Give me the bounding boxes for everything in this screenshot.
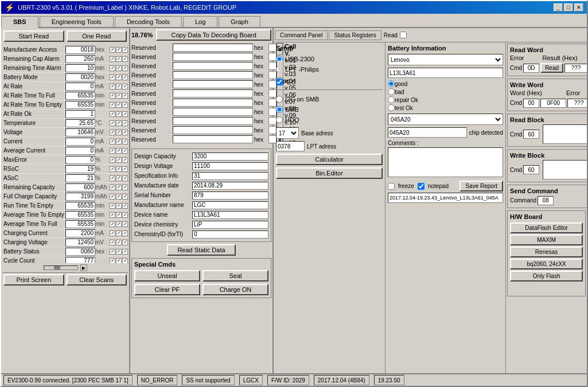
design-capacity-input[interactable] <box>192 153 268 161</box>
dataflash-editor-button[interactable]: DataFlash Editor <box>510 222 583 233</box>
sbs-current-input[interactable] <box>65 138 95 146</box>
reserved-input-10[interactable] <box>173 126 253 134</box>
sbs-temperature-input[interactable] <box>65 119 95 127</box>
sbs-manufacturer-access-input[interactable] <box>65 46 95 54</box>
reserved-input-9[interactable] <box>173 117 253 125</box>
sbs-remaining-cap-input[interactable] <box>65 183 95 191</box>
notepad-checkbox[interactable] <box>418 183 425 190</box>
scroll-right-btn[interactable]: ▶ <box>80 264 87 271</box>
sbs-run-time-to-empty-input[interactable] <box>65 202 95 210</box>
freeze-checkbox[interactable] <box>388 183 395 190</box>
one-read-button[interactable]: One Read <box>67 30 127 42</box>
sbs-at-rate-ok-input[interactable] <box>65 110 95 118</box>
good-radio[interactable] <box>388 80 395 87</box>
chip-select[interactable]: 045A20 <box>388 114 503 125</box>
log-text-input[interactable] <box>388 193 503 203</box>
sbs-avg-time-empty-input[interactable] <box>65 211 95 219</box>
device-model-input[interactable] <box>388 68 503 78</box>
manufacturer-name-input[interactable] <box>192 201 268 209</box>
lpt-address-input[interactable] <box>276 141 305 151</box>
seal-button[interactable]: Seal <box>203 270 268 282</box>
reserved-input-7[interactable] <box>173 99 253 107</box>
tab-decoding[interactable]: Decoding Tools <box>115 16 182 27</box>
chip-detected-input[interactable] <box>388 127 467 138</box>
sbs-full-charge-cap-input[interactable] <box>65 193 95 201</box>
sbs-rsoc-input[interactable] <box>65 165 95 173</box>
serial-number-input[interactable] <box>192 191 268 200</box>
read-checkbox[interactable] <box>400 32 407 38</box>
reserved-input-4[interactable] <box>173 71 253 79</box>
chemistry-id-input[interactable] <box>192 230 268 239</box>
sbs-remaining-cap-alarm-input[interactable] <box>65 55 95 63</box>
repair-ok-radio[interactable] <box>388 96 395 103</box>
reserved-input-6[interactable] <box>173 89 253 97</box>
read-static-button[interactable]: Read Static Data <box>167 244 236 256</box>
sbs-remaining-time-alarm-input[interactable] <box>65 64 95 72</box>
write-word-value-input[interactable] <box>540 99 566 108</box>
save-report-button[interactable]: Save Report <box>460 181 503 191</box>
sbs-average-current-input[interactable] <box>65 147 95 155</box>
maxim-button[interactable]: MAXIM <box>510 234 583 245</box>
sbs-at-rate-time-to-empty-input[interactable] <box>65 101 95 109</box>
read-word-cmd-input[interactable] <box>523 64 539 73</box>
reserved-scrollbar[interactable]: ▲ ▼ <box>277 43 283 146</box>
copy-decoding-button[interactable]: Copy Data To Decoding Board <box>156 29 271 41</box>
reserved-input-11[interactable] <box>173 135 253 143</box>
sbs-battery-status-input[interactable] <box>65 248 95 256</box>
sbs-avg-time-full-input[interactable] <box>65 220 95 228</box>
test-ok-radio[interactable] <box>388 104 395 111</box>
charge-on-button[interactable]: Charge ON <box>203 284 268 295</box>
write-block-cmd-input[interactable] <box>523 165 539 174</box>
read-block-cmd-input[interactable] <box>523 130 539 139</box>
sbs-cycle-count-input[interactable] <box>65 257 95 264</box>
tab-engineering[interactable]: Engineering Tools <box>40 16 114 27</box>
bq-button[interactable]: bq2060, 24cXX <box>510 259 583 269</box>
sbs-at-rate-time-to-full-input[interactable] <box>65 92 95 100</box>
manufacture-date-input[interactable] <box>192 182 268 190</box>
sbs-voltage-input[interactable] <box>65 128 95 136</box>
tab-graph[interactable]: Graph <box>219 16 260 27</box>
design-voltage-input[interactable] <box>192 162 268 170</box>
reserved-input-2[interactable] <box>173 53 253 61</box>
clear-scans-button[interactable]: Clear Scans <box>67 274 127 286</box>
clear-pf-button[interactable]: Clear PF <box>134 284 200 295</box>
bad-radio[interactable] <box>388 88 395 95</box>
sbs-asoc-input[interactable] <box>65 174 95 182</box>
sbs-charging-current-input[interactable] <box>65 229 95 237</box>
sbs-at-rate-input[interactable] <box>65 83 95 91</box>
tab-log[interactable]: Log <box>183 16 217 27</box>
tab-status-registers[interactable]: Status Registers <box>329 30 381 40</box>
only-flash-button[interactable]: Only Flash <box>510 271 583 282</box>
maximize-button[interactable]: □ <box>564 3 573 11</box>
read-word-button[interactable]: Read <box>540 63 563 73</box>
sbs-charging-voltage-input[interactable] <box>65 239 95 247</box>
scroll-thumb[interactable] <box>278 61 283 78</box>
minimize-button[interactable]: _ <box>554 3 563 11</box>
reserved-input-1[interactable] <box>173 44 253 52</box>
send-command-input[interactable] <box>538 196 554 205</box>
tab-sbs[interactable]: SBS <box>1 16 38 28</box>
manufacturer-select[interactable]: Lenovo <box>388 54 503 65</box>
device-name-input[interactable] <box>192 211 268 219</box>
unseal-button[interactable]: Unseal <box>134 270 200 282</box>
spec-info-input[interactable] <box>192 172 268 180</box>
comments-textarea[interactable] <box>388 147 503 177</box>
tab-command-panel[interactable]: Command Panel <box>275 30 328 40</box>
device-chemistry-input[interactable] <box>192 221 268 229</box>
sbs-maxerror-input[interactable] <box>65 156 95 164</box>
print-screen-button[interactable]: Print Screen <box>3 274 64 286</box>
table-row: Average Current mA ✓✓✓ <box>2 146 128 155</box>
write-word-cmd-input[interactable] <box>523 99 539 108</box>
reserved-input-3[interactable] <box>173 62 253 70</box>
reserved-input-5[interactable] <box>173 80 253 88</box>
sbs-battery-mode-input[interactable] <box>65 73 95 81</box>
status-bar: EV2300-0.99 connected. [2300 PEC SMB 17 … <box>1 373 587 386</box>
renesas-button[interactable]: Renesas <box>510 247 583 257</box>
close-button[interactable]: ✕ <box>574 3 583 11</box>
calculator-button[interactable]: Calculator <box>276 154 383 165</box>
start-read-button[interactable]: Start Read <box>3 30 64 42</box>
write-word-error-input[interactable] <box>567 99 587 108</box>
read-word-error-input[interactable] <box>564 64 587 73</box>
bin-editor-button[interactable]: Bin.Editor <box>276 167 383 179</box>
reserved-input-8[interactable] <box>173 108 253 116</box>
